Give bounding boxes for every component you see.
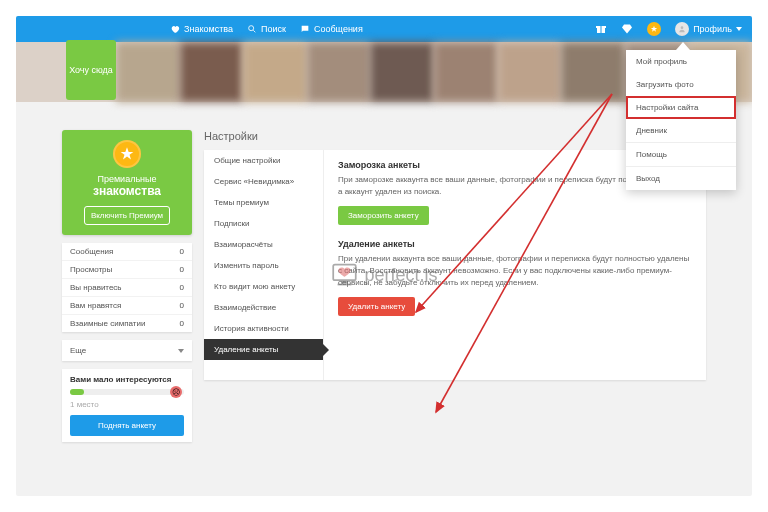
settings-nav-item[interactable]: Сервис «Невидимка» xyxy=(204,171,323,192)
premium-star-icon[interactable] xyxy=(647,22,661,36)
nav-label: Сообщения xyxy=(314,24,363,34)
settings-nav-item[interactable]: Кто видит мою анкету xyxy=(204,276,323,297)
settings-nav: Общие настройкиСервис «Невидимка»Темы пр… xyxy=(204,150,324,380)
more-box[interactable]: Еще xyxy=(62,340,192,361)
settings-nav-item[interactable]: Подписки xyxy=(204,213,323,234)
stat-row[interactable]: Вы нравитесь0 xyxy=(62,279,192,297)
svg-line-1 xyxy=(253,30,255,32)
sad-face-icon: ☹ xyxy=(170,386,182,398)
want-here-button[interactable]: Хочу сюда xyxy=(66,40,116,100)
premium-box: Премиальные знакомства Включить Премиум xyxy=(62,130,192,235)
stat-row[interactable]: Взаимные симпатии0 xyxy=(62,315,192,332)
freeze-button[interactable]: Заморозить анкету xyxy=(338,206,429,225)
profile-dropdown: Мой профиль Загрузить фото Настройки сай… xyxy=(626,50,736,190)
stat-row[interactable]: Вам нравятся0 xyxy=(62,297,192,315)
svg-rect-4 xyxy=(601,26,602,33)
settings-nav-item[interactable]: Удаление анкеты xyxy=(204,339,323,360)
delete-heading: Удаление анкеты xyxy=(338,239,692,249)
nav-dating[interactable]: Знакомства xyxy=(170,24,233,34)
settings-nav-item[interactable]: Общие настройки xyxy=(204,150,323,171)
dropdown-upload-photo[interactable]: Загрузить фото xyxy=(626,73,736,96)
nav-label: Знакомства xyxy=(184,24,233,34)
profile-dropdown-toggle[interactable]: Профиль xyxy=(675,22,742,36)
avatar xyxy=(675,22,689,36)
chevron-down-icon xyxy=(178,349,184,353)
svg-point-5 xyxy=(681,26,684,29)
enable-premium-button[interactable]: Включить Премиум xyxy=(84,206,170,225)
stat-row[interactable]: Сообщения0 xyxy=(62,243,192,261)
dropdown-help[interactable]: Помощь xyxy=(626,143,736,166)
dropdown-my-profile[interactable]: Мой профиль xyxy=(626,50,736,73)
delete-button[interactable]: Удалить анкету xyxy=(338,297,415,316)
nav-label: Профиль xyxy=(693,24,732,34)
diamond-icon[interactable] xyxy=(621,23,633,35)
dropdown-logout[interactable]: Выход xyxy=(626,167,736,190)
gift-icon[interactable] xyxy=(595,23,607,35)
settings-nav-item[interactable]: Взаиморасчёты xyxy=(204,234,323,255)
nav-messages[interactable]: Сообщения xyxy=(300,24,363,34)
dropdown-diary[interactable]: Дневник xyxy=(626,119,736,142)
nav-label: Поиск xyxy=(261,24,286,34)
star-icon xyxy=(113,140,141,168)
settings-nav-item[interactable]: Изменить пароль xyxy=(204,255,323,276)
nav-search[interactable]: Поиск xyxy=(247,24,286,34)
stat-row[interactable]: Просмотры0 xyxy=(62,261,192,279)
svg-point-0 xyxy=(249,26,254,31)
stats-box: Сообщения0Просмотры0Вы нравитесь0Вам нра… xyxy=(62,243,192,332)
settings-nav-item[interactable]: Темы премиум xyxy=(204,192,323,213)
chevron-down-icon xyxy=(736,27,742,31)
topbar: Знакомства Поиск Сообщения Профиль xyxy=(16,16,752,42)
settings-nav-item[interactable]: Взаимодействие xyxy=(204,297,323,318)
interest-box: Вами мало интересуются ☹ 1 место Поднять… xyxy=(62,369,192,442)
interest-bar: ☹ xyxy=(70,389,184,395)
dropdown-site-settings[interactable]: Настройки сайта xyxy=(626,96,736,119)
settings-nav-item[interactable]: История активности xyxy=(204,318,323,339)
raise-profile-button[interactable]: Поднять анкету xyxy=(70,415,184,436)
